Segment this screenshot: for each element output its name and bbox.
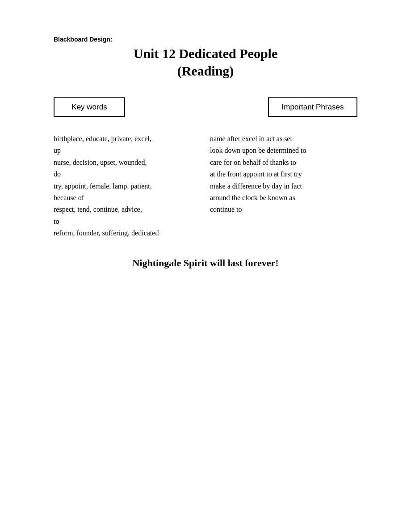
kw-line4: do [54,170,61,178]
kw-line1: birthplace, educate, private, excel, [54,135,151,142]
kw-line3: nurse, decision, upset, wounded, [54,159,147,166]
main-title-line2: (Reading) [177,63,234,78]
main-title: Unit 12 Dedicated People (Reading) [54,45,357,80]
footer-title: Nightingale Spirit will last forever! [54,257,357,269]
kw-line7: respect, tend, continue, advice, [54,205,142,213]
ph-line4: at the front appoint to at first try [210,170,302,178]
main-title-line1: Unit 12 Dedicated People [134,46,277,61]
ph-line3: care for on behalf of thanks to [210,159,296,166]
phrases-content: name after excel in act as set look down… [210,133,357,239]
ph-line5: make a difference by day in fact [210,182,302,190]
key-words-content: birthplace, educate, private, excel, up … [54,133,197,239]
kw-line5: try, appoint, female, lamp, patient, [54,182,152,190]
kw-line6: because of [54,194,84,201]
important-phrases-box: Important Phrases [268,97,357,117]
ph-line6: around the clock be known as [210,194,295,201]
ph-line2: look down upon be determined to [210,147,306,154]
ph-line1: name after excel in act as set [210,135,292,142]
ph-line7: continue to [210,205,242,213]
key-words-box: Key words [54,97,125,117]
kw-line9: reform, founder, suffering, dedicated [54,229,159,237]
kw-line8: to [54,218,59,225]
kw-line2: up [54,147,61,154]
blackboard-label: Blackboard Design: [54,36,357,43]
